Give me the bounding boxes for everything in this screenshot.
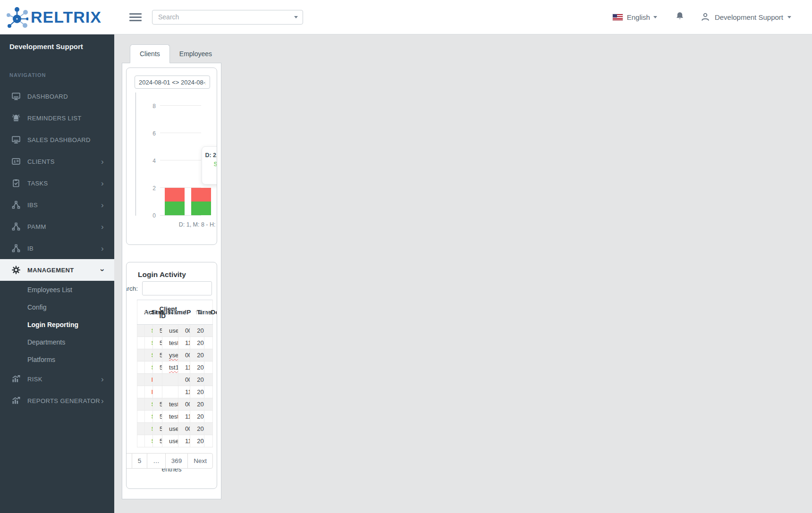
table-row: SUCCESS519545user1000.000.000.002024-08-… — [137, 325, 213, 337]
chart-bar[interactable] — [191, 188, 211, 215]
cell-status: SUCCESS — [144, 337, 152, 349]
sidebar-item-dashboard[interactable]: DASHBOARD — [0, 85, 114, 107]
sidebar-item-ib[interactable]: IB› — [0, 237, 114, 259]
cell-client-id: 519538 — [152, 435, 162, 447]
cell-details — [204, 411, 212, 423]
cell-client-id — [152, 386, 162, 398]
y-axis-tick: 2 — [142, 185, 156, 192]
cell-name: test 1234 — [162, 337, 178, 349]
cell-action — [137, 325, 145, 337]
chevron-right-icon: › — [101, 397, 104, 405]
cell-name: yser 4 — [162, 349, 178, 362]
chevron-right-icon: › — [101, 223, 104, 231]
bar-failed-segment — [191, 188, 211, 202]
sidebar-item-label: IBS — [27, 202, 101, 209]
cell-ip: 11.111.111.11 — [178, 386, 190, 398]
sidebar-item-clients[interactable]: CLIENTS› — [0, 151, 114, 172]
chart-icon — [11, 396, 21, 405]
sidebar-item-employees-list[interactable]: Employees List — [0, 281, 114, 298]
sidebar-item-reports-generator[interactable]: REPORTS GENERATOR› — [0, 390, 114, 412]
sidebar-item-pamm[interactable]: PAMM› — [0, 216, 114, 237]
sidebar-item-label: REPORTS GENERATOR — [27, 397, 101, 404]
cell-action — [137, 362, 145, 374]
sidebar-item-tasks[interactable]: TASKS› — [0, 172, 114, 194]
cell-time: 2024-08-16 14:08:03 — [190, 386, 204, 398]
column-header-name[interactable]: Name↑↓ — [162, 300, 178, 325]
chevron-right-icon: › — [101, 244, 104, 252]
bell-icon — [675, 11, 685, 21]
table-row: FAILED000.000.000.002024-08-16 16:08:44 — [137, 374, 213, 386]
table-search-label: Search: — [126, 285, 138, 292]
sidebar-item-departments[interactable]: Departments — [0, 333, 114, 351]
table-header-row: ActionStatus↑↓Client ID↑↓Name↑↓IP↑↓Time↑… — [137, 300, 213, 325]
user-menu[interactable]: Development Support — [700, 12, 791, 22]
cell-ip: 000.000.000.00 — [178, 325, 190, 337]
card-title-login-activity: Login Activity — [138, 270, 186, 279]
sidebar-item-config[interactable]: Config — [0, 298, 114, 316]
sidebar-item-label: Departments — [27, 338, 114, 346]
language-label: English — [627, 13, 650, 21]
cell-status: SUCCESS — [144, 362, 152, 374]
column-header-ip[interactable]: IP↑↓ — [178, 300, 190, 325]
us-flag-icon — [613, 14, 623, 20]
clipboard-icon — [11, 178, 21, 188]
chevron-down-icon — [653, 16, 657, 18]
bar-failed-segment — [165, 188, 185, 202]
sidebar-item-reminders-list[interactable]: REMINDERS LIST — [0, 107, 114, 129]
sidebar-item-sales-dashboard[interactable]: SALES DASHBOARD — [0, 129, 114, 151]
column-header-time[interactable]: Time↑↓ — [190, 300, 204, 325]
y-axis-tick: 4 — [142, 158, 156, 164]
sidebar-item-label: IB — [27, 245, 101, 252]
cell-ip: 000.000.000.00 — [178, 374, 190, 386]
sidebar-title: Development Support — [0, 34, 114, 50]
sidebar-item-platforms[interactable]: Platforms — [0, 351, 114, 368]
column-header-status[interactable]: Status↑↓ — [144, 300, 152, 325]
tooltip-success-line: Success: 1 — [202, 161, 217, 168]
page-button-next[interactable]: Next — [187, 453, 213, 469]
app-root: RELTRIX Search English — [0, 0, 812, 513]
chart-bar[interactable] — [165, 188, 185, 215]
notifications-button[interactable] — [675, 11, 685, 23]
y-axis-tick: 8 — [142, 103, 156, 109]
tab-clients[interactable]: Clients — [130, 44, 170, 63]
tab-employees[interactable]: Employees — [170, 45, 221, 63]
cell-name — [162, 386, 178, 398]
cell-name: test — [162, 398, 178, 411]
hourly-activity-chart: D: 2, M: 8 - H: 10 Success: 1 Failed: 0 … — [160, 93, 201, 216]
page-button-369[interactable]: 369 — [165, 453, 188, 469]
sidebar-toggle-icon[interactable] — [129, 11, 142, 23]
sidebar-item-login-reporting[interactable]: Login Reporting — [0, 316, 114, 333]
brand-logo[interactable]: RELTRIX — [0, 5, 114, 29]
column-header-details[interactable]: Details↑↓ — [204, 300, 212, 325]
chevron-right-icon: › — [101, 158, 104, 166]
sidebar-item-management[interactable]: MANAGEMENT› — [0, 259, 114, 281]
chart-tooltip: D: 2, M: 8 - H: 10 Success: 1 Failed: 0 — [202, 146, 217, 185]
column-header-client-id[interactable]: Client ID↑↓ — [152, 300, 162, 325]
cell-time: 2024-08-16 16:08:44 — [190, 374, 204, 386]
cell-action — [137, 337, 145, 349]
sort-icon: ↑↓ — [143, 309, 150, 315]
cell-ip: 000.000.000.00 — [178, 423, 190, 435]
table-search-input[interactable] — [142, 281, 212, 295]
y-axis-tick: 6 — [142, 130, 156, 137]
header-search-input[interactable]: Search — [152, 10, 303, 25]
sidebar-item-label: MANAGEMENT — [27, 267, 101, 274]
table-body: SUCCESS519545user1000.000.000.002024-08-… — [137, 325, 213, 447]
sidebar-item-risk[interactable]: RISK› — [0, 368, 114, 390]
sidebar: Development Support NAVIGATION DASHBOARD… — [0, 34, 114, 513]
sidebar-item-label: DASHBOARD — [27, 93, 104, 100]
chevron-down-icon: › — [98, 269, 106, 271]
sidebar-item-label: SALES DASHBOARD — [27, 136, 104, 143]
search-placeholder: Search — [158, 13, 179, 21]
date-range-input[interactable] — [135, 76, 210, 89]
sidebar-item-ibs[interactable]: IBS› — [0, 194, 114, 216]
language-selector[interactable]: English — [613, 13, 657, 21]
cell-action — [137, 411, 145, 423]
page-button-5[interactable]: 5 — [132, 453, 148, 469]
table-controls: All Search: — [126, 281, 212, 295]
table-row: SUCCESS519538user 75000.000.000.002024-0… — [137, 423, 213, 435]
gridline — [160, 133, 201, 133]
header-right-group: English Development Support — [613, 11, 812, 23]
cell-details — [204, 398, 212, 411]
sort-icon: ↑↓ — [152, 309, 159, 315]
